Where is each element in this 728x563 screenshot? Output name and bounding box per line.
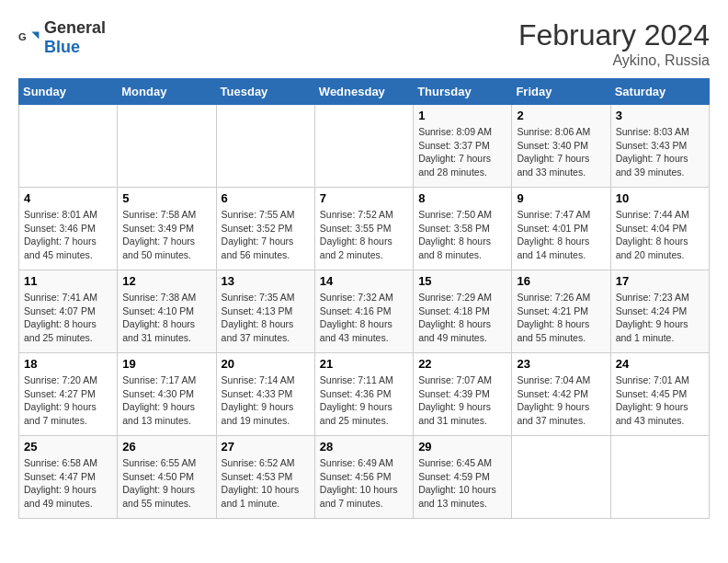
calendar-cell: 12Sunrise: 7:38 AMSunset: 4:10 PMDayligh…	[118, 270, 216, 353]
calendar-cell: 28Sunrise: 6:49 AMSunset: 4:56 PMDayligh…	[314, 436, 413, 519]
day-number: 15	[418, 274, 506, 288]
logo-icon: G	[18, 29, 40, 47]
day-detail: Sunrise: 7:11 AMSunset: 4:36 PMDaylight:…	[320, 373, 408, 428]
calendar-cell: 8Sunrise: 7:50 AMSunset: 3:58 PMDaylight…	[414, 188, 512, 270]
day-detail: Sunrise: 7:01 AMSunset: 4:45 PMDaylight:…	[616, 373, 704, 428]
header-day-friday: Friday	[512, 79, 610, 105]
day-number: 29	[418, 440, 506, 454]
week-row-3: 18Sunrise: 7:20 AMSunset: 4:27 PMDayligh…	[19, 353, 710, 436]
day-number: 7	[320, 191, 408, 205]
day-number: 23	[517, 357, 605, 371]
calendar-cell	[610, 436, 709, 519]
day-number: 18	[24, 357, 112, 371]
calendar-cell: 17Sunrise: 7:23 AMSunset: 4:24 PMDayligh…	[610, 270, 709, 353]
day-number: 14	[320, 274, 408, 288]
location-title: Aykino, Russia	[518, 52, 710, 69]
day-detail: Sunrise: 7:58 AMSunset: 3:49 PMDaylight:…	[122, 208, 210, 262]
svg-marker-1	[31, 32, 39, 40]
calendar-cell: 3Sunrise: 8:03 AMSunset: 3:43 PMDaylight…	[610, 105, 709, 188]
calendar-cell	[512, 436, 610, 519]
day-detail: Sunrise: 8:09 AMSunset: 3:37 PMDaylight:…	[418, 125, 506, 179]
calendar-cell: 22Sunrise: 7:07 AMSunset: 4:39 PMDayligh…	[414, 353, 512, 436]
day-detail: Sunrise: 7:07 AMSunset: 4:39 PMDaylight:…	[418, 373, 506, 428]
day-number: 19	[122, 357, 210, 371]
calendar-cell: 9Sunrise: 7:47 AMSunset: 4:01 PMDaylight…	[512, 188, 610, 270]
day-detail: Sunrise: 7:32 AMSunset: 4:16 PMDaylight:…	[320, 291, 408, 345]
calendar-cell: 20Sunrise: 7:14 AMSunset: 4:33 PMDayligh…	[216, 353, 314, 436]
logo: G General Blue	[18, 18, 106, 57]
calendar-cell: 26Sunrise: 6:55 AMSunset: 4:50 PMDayligh…	[118, 436, 216, 519]
day-detail: Sunrise: 8:01 AMSunset: 3:46 PMDaylight:…	[24, 208, 112, 262]
day-detail: Sunrise: 7:47 AMSunset: 4:01 PMDaylight:…	[517, 208, 605, 262]
day-detail: Sunrise: 6:49 AMSunset: 4:56 PMDaylight:…	[320, 456, 408, 511]
calendar-cell	[118, 105, 216, 188]
day-detail: Sunrise: 7:38 AMSunset: 4:10 PMDaylight:…	[122, 291, 210, 345]
day-number: 20	[222, 357, 310, 371]
calendar-cell: 15Sunrise: 7:29 AMSunset: 4:18 PMDayligh…	[414, 270, 512, 353]
day-number: 8	[418, 191, 506, 205]
calendar-cell: 10Sunrise: 7:44 AMSunset: 4:04 PMDayligh…	[610, 188, 709, 270]
day-number: 11	[24, 274, 112, 288]
day-number: 9	[517, 191, 605, 205]
calendar-body: 1Sunrise: 8:09 AMSunset: 3:37 PMDaylight…	[19, 105, 710, 519]
header-day-wednesday: Wednesday	[314, 79, 413, 105]
header-day-sunday: Sunday	[19, 79, 118, 105]
calendar-cell: 27Sunrise: 6:52 AMSunset: 4:53 PMDayligh…	[216, 436, 314, 519]
day-detail: Sunrise: 8:06 AMSunset: 3:40 PMDaylight:…	[517, 125, 605, 179]
week-row-2: 11Sunrise: 7:41 AMSunset: 4:07 PMDayligh…	[19, 270, 710, 353]
calendar-cell: 16Sunrise: 7:26 AMSunset: 4:21 PMDayligh…	[512, 270, 610, 353]
calendar-cell: 19Sunrise: 7:17 AMSunset: 4:30 PMDayligh…	[118, 353, 216, 436]
day-number: 22	[418, 357, 506, 371]
calendar-cell: 14Sunrise: 7:32 AMSunset: 4:16 PMDayligh…	[314, 270, 413, 353]
calendar-cell: 5Sunrise: 7:58 AMSunset: 3:49 PMDaylight…	[118, 188, 216, 270]
svg-text:G: G	[18, 31, 27, 42]
calendar-cell: 7Sunrise: 7:52 AMSunset: 3:55 PMDaylight…	[314, 188, 413, 270]
day-number: 25	[24, 440, 112, 454]
day-detail: Sunrise: 6:52 AMSunset: 4:53 PMDaylight:…	[222, 456, 310, 511]
header-day-tuesday: Tuesday	[216, 79, 314, 105]
calendar-cell	[216, 105, 314, 188]
day-detail: Sunrise: 7:23 AMSunset: 4:24 PMDaylight:…	[616, 291, 704, 345]
day-detail: Sunrise: 8:03 AMSunset: 3:43 PMDaylight:…	[616, 125, 704, 179]
day-number: 3	[616, 109, 704, 122]
day-number: 10	[616, 191, 704, 205]
day-number: 27	[222, 440, 310, 454]
day-number: 16	[517, 274, 605, 288]
day-number: 2	[517, 109, 605, 122]
month-title: February 2024	[518, 18, 710, 52]
calendar-header: SundayMondayTuesdayWednesdayThursdayFrid…	[19, 79, 710, 105]
header-day-thursday: Thursday	[414, 79, 512, 105]
day-detail: Sunrise: 7:14 AMSunset: 4:33 PMDaylight:…	[222, 373, 310, 428]
day-number: 5	[122, 191, 210, 205]
calendar-cell: 11Sunrise: 7:41 AMSunset: 4:07 PMDayligh…	[19, 270, 118, 353]
week-row-1: 4Sunrise: 8:01 AMSunset: 3:46 PMDaylight…	[19, 188, 710, 270]
day-detail: Sunrise: 6:58 AMSunset: 4:47 PMDaylight:…	[24, 456, 112, 511]
day-number: 1	[418, 109, 506, 122]
day-number: 6	[222, 191, 310, 205]
calendar-cell: 6Sunrise: 7:55 AMSunset: 3:52 PMDaylight…	[216, 188, 314, 270]
calendar-cell: 21Sunrise: 7:11 AMSunset: 4:36 PMDayligh…	[314, 353, 413, 436]
calendar-cell	[19, 105, 118, 188]
day-number: 13	[222, 274, 310, 288]
day-detail: Sunrise: 6:45 AMSunset: 4:59 PMDaylight:…	[418, 456, 506, 511]
header: G General Blue February 2024 Aykino, Rus…	[18, 18, 710, 69]
day-detail: Sunrise: 7:50 AMSunset: 3:58 PMDaylight:…	[418, 208, 506, 262]
week-row-4: 25Sunrise: 6:58 AMSunset: 4:47 PMDayligh…	[19, 436, 710, 519]
calendar-cell: 2Sunrise: 8:06 AMSunset: 3:40 PMDaylight…	[512, 105, 610, 188]
day-detail: Sunrise: 7:04 AMSunset: 4:42 PMDaylight:…	[517, 373, 605, 428]
header-day-monday: Monday	[118, 79, 216, 105]
day-detail: Sunrise: 7:35 AMSunset: 4:13 PMDaylight:…	[222, 291, 310, 345]
day-number: 4	[24, 191, 112, 205]
day-detail: Sunrise: 7:41 AMSunset: 4:07 PMDaylight:…	[24, 291, 112, 345]
calendar-cell: 29Sunrise: 6:45 AMSunset: 4:59 PMDayligh…	[414, 436, 512, 519]
day-detail: Sunrise: 7:20 AMSunset: 4:27 PMDaylight:…	[24, 373, 112, 428]
header-row: SundayMondayTuesdayWednesdayThursdayFrid…	[19, 79, 710, 105]
day-detail: Sunrise: 7:44 AMSunset: 4:04 PMDaylight:…	[616, 208, 704, 262]
logo-blue: Blue	[44, 38, 80, 56]
calendar-cell: 25Sunrise: 6:58 AMSunset: 4:47 PMDayligh…	[19, 436, 118, 519]
logo-text: General Blue	[44, 18, 106, 57]
calendar-cell: 13Sunrise: 7:35 AMSunset: 4:13 PMDayligh…	[216, 270, 314, 353]
calendar-cell: 18Sunrise: 7:20 AMSunset: 4:27 PMDayligh…	[19, 353, 118, 436]
calendar-cell: 4Sunrise: 8:01 AMSunset: 3:46 PMDaylight…	[19, 188, 118, 270]
day-detail: Sunrise: 7:29 AMSunset: 4:18 PMDaylight:…	[418, 291, 506, 345]
